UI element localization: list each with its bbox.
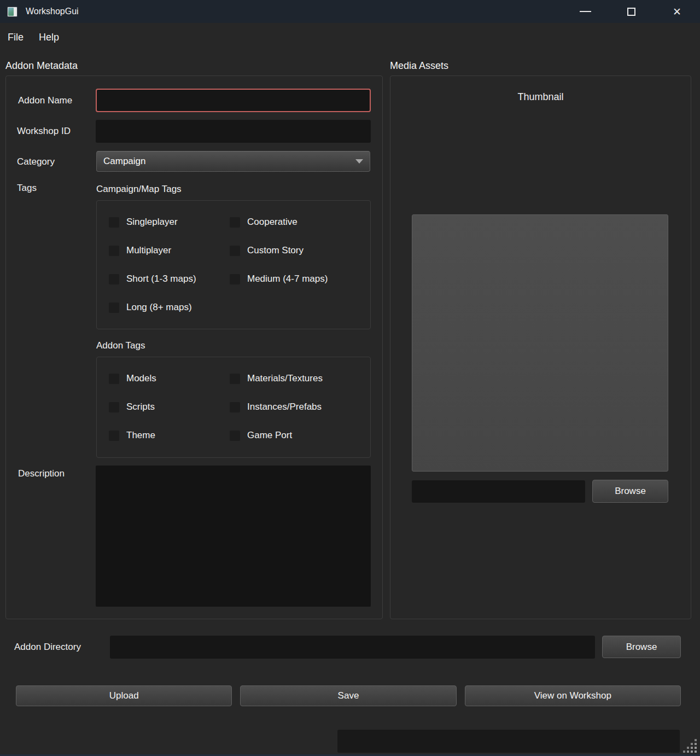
campaign-tag-item[interactable]: Singleplayer xyxy=(109,217,230,228)
checkbox[interactable] xyxy=(109,374,119,384)
checkbox[interactable] xyxy=(230,402,240,412)
description-label: Description xyxy=(18,468,65,479)
app-icon xyxy=(7,7,18,17)
addon-name-label: Addon Name xyxy=(18,95,72,106)
campaign-tag-item[interactable]: Cooperative xyxy=(230,217,370,228)
tags-label: Tags xyxy=(17,183,37,194)
checkbox-label: Long (8+ maps) xyxy=(126,302,192,313)
category-select[interactable]: Campaign xyxy=(96,151,370,172)
checkbox-label: Game Port xyxy=(247,430,292,441)
menubar: File Help xyxy=(0,23,700,51)
campaign-tag-item[interactable]: Multiplayer xyxy=(109,245,230,256)
media-assets-title: Media Assets xyxy=(390,60,448,72)
checkbox-label: Medium (4-7 maps) xyxy=(247,274,328,284)
checkbox[interactable] xyxy=(109,303,119,313)
checkbox-label: Instances/Prefabs xyxy=(247,402,322,412)
category-label: Category xyxy=(17,156,55,167)
thumbnail-browse-button[interactable]: Browse xyxy=(592,480,668,503)
addon-tag-item[interactable]: Theme xyxy=(109,430,230,441)
checkbox-label: Cooperative xyxy=(247,217,298,228)
workshop-id-input[interactable] xyxy=(96,120,371,143)
save-button[interactable]: Save xyxy=(240,685,456,706)
thumbnail-preview xyxy=(412,214,668,472)
resize-grip-handle[interactable] xyxy=(695,751,697,753)
addon-name-input[interactable] xyxy=(96,89,371,112)
checkbox[interactable] xyxy=(230,374,240,384)
action-buttons-row: Upload Save View on Workshop xyxy=(16,685,681,706)
checkbox-label: Theme xyxy=(126,430,155,441)
checkbox-label: Models xyxy=(126,373,156,384)
view-on-workshop-button[interactable]: View on Workshop xyxy=(465,685,681,706)
campaign-map-tags-title: Campaign/Map Tags xyxy=(96,184,182,195)
campaign-tag-item[interactable]: Medium (4-7 maps) xyxy=(230,274,370,284)
category-selected-value: Campaign xyxy=(103,156,355,167)
checkbox[interactable] xyxy=(109,431,119,441)
checkbox[interactable] xyxy=(230,431,240,441)
workshop-id-label: Workshop ID xyxy=(17,126,71,137)
checkbox[interactable] xyxy=(230,246,240,256)
maximize-icon xyxy=(627,8,635,16)
addon-tag-item[interactable]: Instances/Prefabs xyxy=(230,402,370,412)
addon-directory-input[interactable] xyxy=(110,636,595,659)
checkbox[interactable] xyxy=(230,217,240,228)
addon-tag-item[interactable]: Materials/Textures xyxy=(230,373,370,384)
addon-tag-item[interactable]: Models xyxy=(109,373,230,384)
titlebar: WorkshopGui ✕ xyxy=(0,0,700,23)
campaign-map-tags-group: Singleplayer Cooperative Multiplayer Cus… xyxy=(96,200,371,329)
close-icon: ✕ xyxy=(673,7,681,17)
upload-button[interactable]: Upload xyxy=(16,685,232,706)
addon-metadata-title: Addon Metadata xyxy=(5,60,78,72)
description-textarea[interactable] xyxy=(96,466,371,607)
window-title: WorkshopGui xyxy=(26,7,79,16)
checkbox-label: Custom Story xyxy=(247,245,304,256)
chevron-down-icon xyxy=(355,159,363,164)
window-controls: ✕ xyxy=(562,0,700,23)
maximize-button[interactable] xyxy=(608,0,654,23)
checkbox[interactable] xyxy=(109,217,119,228)
menu-item[interactable]: File xyxy=(8,32,24,43)
checkbox[interactable] xyxy=(109,246,119,256)
minimize-button[interactable] xyxy=(562,0,608,23)
workshopgui-window: WorkshopGui ✕ File Help Addon Metadata A… xyxy=(0,0,700,756)
addon-tag-item[interactable]: Scripts xyxy=(109,402,230,412)
checkbox[interactable] xyxy=(230,274,240,284)
addon-tags-group: Models Materials/Textures Scripts Instan… xyxy=(96,357,371,458)
checkbox[interactable] xyxy=(109,402,119,412)
thumbnail-label: Thumbnail xyxy=(390,91,691,103)
addon-tag-item[interactable]: Game Port xyxy=(230,430,370,441)
checkbox[interactable] xyxy=(109,274,119,284)
close-button[interactable]: ✕ xyxy=(654,0,700,23)
campaign-tag-item[interactable]: Long (8+ maps) xyxy=(109,302,230,313)
checkbox-label: Materials/Textures xyxy=(247,373,323,384)
campaign-tag-item[interactable]: Short (1-3 maps) xyxy=(109,274,230,284)
thumbnail-path-input[interactable] xyxy=(412,480,585,503)
status-display xyxy=(337,730,680,753)
addon-directory-label: Addon Directory xyxy=(14,642,81,653)
checkbox-label: Scripts xyxy=(126,402,155,412)
addon-tags-title: Addon Tags xyxy=(96,340,145,351)
addon-directory-browse-button[interactable]: Browse xyxy=(602,636,681,658)
checkbox-label: Singleplayer xyxy=(126,217,178,228)
minimize-icon xyxy=(580,11,591,12)
menu-item[interactable]: Help xyxy=(39,32,59,43)
campaign-tag-item[interactable]: Custom Story xyxy=(230,245,370,256)
checkbox-label: Short (1-3 maps) xyxy=(126,274,196,284)
checkbox-label: Multiplayer xyxy=(126,245,171,256)
